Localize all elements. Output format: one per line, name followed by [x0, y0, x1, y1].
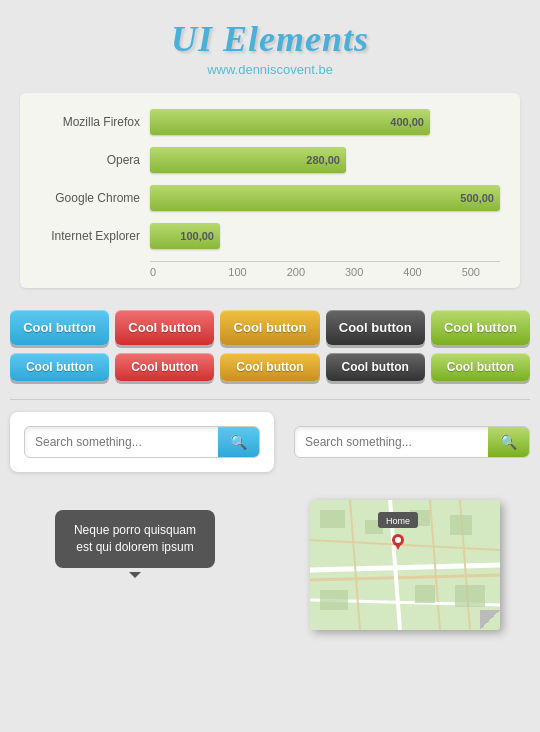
search-icon-left: 🔍 [230, 434, 247, 450]
svg-rect-14 [415, 585, 435, 603]
button-green[interactable]: Cool button [431, 353, 530, 381]
chart-bar-container: 100,00 [150, 223, 500, 249]
chart-axis: 0 100 200 300 400 500 [150, 261, 500, 278]
divider [10, 399, 530, 400]
button-green[interactable]: Cool button [431, 310, 530, 345]
button-red[interactable]: Cool button [115, 353, 214, 381]
chart-bar: 100,00 [150, 223, 220, 249]
chart-label: Opera [40, 153, 150, 167]
map-container: Home [310, 500, 500, 630]
search-input-right[interactable] [295, 427, 488, 457]
map-image: Home [310, 500, 500, 630]
button-dark[interactable]: Cool button [326, 353, 425, 381]
search-icon-right: 🔍 [500, 434, 517, 450]
tooltip-box: Neque porro quisquam est qui dolorem ips… [55, 510, 215, 568]
chart-bar-container: 280,00 [150, 147, 500, 173]
search-button-right[interactable]: 🔍 [488, 427, 529, 457]
tooltip-area: Neque porro quisquam est qui dolorem ips… [10, 500, 260, 568]
map-area: Home [280, 500, 530, 630]
button-blue[interactable]: Cool button [10, 353, 109, 381]
chart-section: Mozilla Firefox 400,00 Opera 280,00 Goog… [20, 93, 520, 288]
chart-label: Internet Explorer [40, 229, 150, 243]
chart-bar: 280,00 [150, 147, 346, 173]
chart-bar-value: 500,00 [460, 192, 494, 204]
svg-point-20 [395, 537, 401, 543]
chart-label: Google Chrome [40, 191, 150, 205]
button-red[interactable]: Cool button [115, 310, 214, 345]
buttons-row-1: Cool buttonCool buttonCool buttonCool bu… [10, 310, 530, 345]
chart-row: Google Chrome 500,00 [40, 185, 500, 211]
page-subtitle: www.denniscovent.be [0, 62, 540, 77]
chart-bar-value: 100,00 [180, 230, 214, 242]
tooltip-text: Neque porro quisquam est qui dolorem ips… [74, 523, 196, 554]
buttons-row-2: Cool buttonCool buttonCool buttonCool bu… [10, 353, 530, 381]
search-input-left[interactable] [25, 427, 218, 457]
search-box-right: 🔍 [294, 426, 530, 458]
chart-bar-container: 500,00 [150, 185, 500, 211]
search-section: 🔍 🔍 [0, 404, 540, 480]
svg-rect-12 [450, 515, 472, 535]
button-yellow[interactable]: Cool button [220, 353, 319, 381]
search-box-left: 🔍 [24, 426, 260, 458]
chart-row: Internet Explorer 100,00 [40, 223, 500, 249]
button-yellow[interactable]: Cool button [220, 310, 319, 345]
svg-rect-15 [455, 585, 485, 607]
svg-rect-13 [320, 590, 348, 610]
svg-text:Home: Home [386, 516, 410, 526]
chart-bar-value: 280,00 [306, 154, 340, 166]
chart-label: Mozilla Firefox [40, 115, 150, 129]
chart-bar: 400,00 [150, 109, 430, 135]
chart-row: Opera 280,00 [40, 147, 500, 173]
svg-rect-9 [320, 510, 345, 528]
bottom-section: Neque porro quisquam est qui dolorem ips… [0, 480, 540, 650]
page-title: UI Elements [0, 18, 540, 60]
map-svg: Home [310, 500, 500, 630]
chart-row: Mozilla Firefox 400,00 [40, 109, 500, 135]
buttons-section: Cool buttonCool buttonCool buttonCool bu… [0, 298, 540, 395]
search-button-left[interactable]: 🔍 [218, 427, 259, 457]
button-dark[interactable]: Cool button [326, 310, 425, 345]
button-blue[interactable]: Cool button [10, 310, 109, 345]
chart-bar: 500,00 [150, 185, 500, 211]
page-header: UI Elements www.denniscovent.be [0, 0, 540, 83]
chart-bar-container: 400,00 [150, 109, 500, 135]
map-fold [480, 610, 500, 630]
chart-bar-value: 400,00 [390, 116, 424, 128]
